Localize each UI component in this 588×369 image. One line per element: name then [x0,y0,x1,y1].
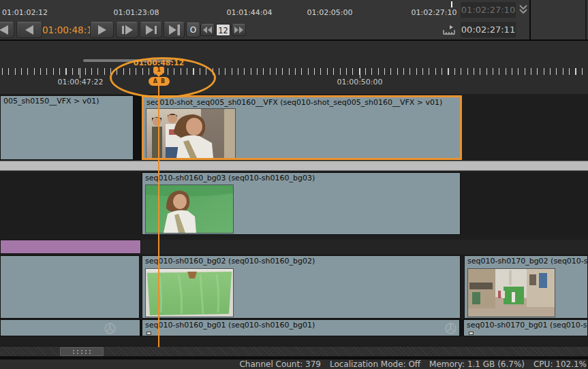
source-ruler-label: 01:01:02:12 [2,8,48,17]
skip-next-icon [168,25,181,35]
step-back-icon [0,25,10,35]
clip-label: seq010-sh0160_bg02 (seq010-sh0160_bg02) [145,257,315,266]
panel-divider [585,0,587,39]
clip-sh0150-vfx[interactable]: 005_sh0150__VFX > v01) [0,95,134,160]
clip-sh0160-bg02[interactable]: seq010-sh0160_bg02 (seq010-sh0160_bg02) [142,255,461,319]
playhead-line[interactable] [158,85,159,347]
scrollbar-grip-dots [72,349,92,355]
clip-sh0160-vfx-selected[interactable]: seq010-shot_seq005_sh0160__VFX (seq010-s… [142,95,462,160]
timeline-tracks: 005_sh0150__VFX > v01) seq010-shot_seq00… [0,94,588,336]
source-ruler-position-tick [451,1,452,7]
source-ruler-label: 01:02:05:00 [307,8,352,17]
top-panel: 01:01:02:12 01:01:23:08 01:01:44:04 01:0… [0,0,588,39]
keyframe-badge-icon [146,332,151,335]
clip-label: seq010-shot_seq005_sh0160__VFX (seq010-s… [146,98,442,107]
status-cpu: CPU: 102.1% [533,359,587,369]
marker-a-label: A [153,77,157,86]
keyframe-badge-icon [469,332,474,335]
track-locked [0,240,588,254]
timeline-major-tick [80,68,80,78]
play-reverse-button[interactable] [16,22,42,38]
source-ruler-label: 01:01:44:04 [226,8,272,17]
status-bar: Channel Count: 379 Localization Mode: Of… [0,359,587,369]
clip-thumbnail-street-boy [146,109,235,158]
track-bg03: seq010-sh0160_bg03 (seq010-sh0160_bg03) [0,172,588,235]
clip-label: seq010-sh0170_bg02 (seq010-sh01 [467,257,588,266]
status-localization-mode: Localization Mode: Off [330,359,420,369]
timewarp-effect-icon [104,323,116,334]
clip-label: seq010-sh0170_bg01 (seq010-sh01 [467,321,588,330]
double-chevron-down-icon[interactable] [518,4,529,15]
horizontal-scrollbar[interactable] [0,346,588,357]
loop-mode-button[interactable]: O [186,22,200,37]
track-bg02: seq010-sh0160_bg02 (seq010-sh0160_bg02) … [0,255,588,319]
marker-b-label: B [161,77,165,86]
step-frames-back-button[interactable] [200,24,215,36]
step-back-button[interactable] [0,22,14,38]
play-to-out-button[interactable] [140,22,162,38]
status-channel-count: Channel Count: 379 [239,359,320,369]
double-arrow-left-icon [203,27,212,33]
go-to-next-cut-button[interactable] [164,22,185,38]
double-arrow-right-icon [234,27,243,33]
timeline-ruler-label: 01:00:47:22 [57,78,103,86]
source-ruler-label: 01:02:27:10 [411,8,457,17]
record-timecode-field[interactable]: 00:02:27:11 [461,22,516,37]
clip-sh0160-bg03[interactable]: seq010-sh0160_bg03 (seq010-sh0160_bg03) [142,172,461,235]
clip-continuation-bg01[interactable] [0,319,140,336]
scrollbar-handle[interactable] [60,347,104,356]
panel-divider [529,0,531,39]
timeline-ruler-ticks [2,68,587,75]
clip-continuation-bg02[interactable] [0,255,140,319]
flame-timeline-window: 01:01:02:12 01:01:23:08 01:01:44:04 01:0… [0,0,588,369]
playhead-marker[interactable]: 1 [153,67,164,74]
timewarp-effect-icon [445,323,457,334]
clip-label: seq010-sh0160_bg01 (seq010-sh0160_bg01) [145,321,315,330]
play-from-in-icon [121,25,134,35]
play-button[interactable] [90,22,114,38]
play-from-in-button[interactable] [116,22,138,38]
bottom-zone: Channel Count: 379 Localization Mode: Of… [0,336,588,369]
clip-label: 005_sh0150__VFX > v01) [3,97,99,106]
clip-thumbnail-street-greenpanel [468,269,555,317]
clip-gap [134,95,142,160]
play-to-out-icon [145,25,157,35]
clip-sh0170-bg01[interactable]: seq010-sh0170_bg01 (seq010-sh01 [463,319,588,336]
source-ruler-label: 01:01:23:08 [113,8,159,17]
frame-step-field[interactable]: 12 [216,24,230,36]
collapsed-track-separator [0,161,588,171]
source-ruler[interactable]: 01:01:02:12 01:01:23:08 01:01:44:04 01:0… [0,0,455,18]
clip-sh0170-bg02[interactable]: seq010-sh0170_bg02 (seq010-sh01 [464,255,588,319]
play-reverse-icon [24,25,35,35]
track-bg01: seq010-sh0160_bg01 (seq010-sh0160_bg01) … [0,319,588,336]
source-timecode-field[interactable]: 01:02:27:10 [461,2,516,18]
play-icon [97,25,108,35]
ab-range-marker[interactable]: A B [149,77,170,86]
status-memory: Memory: 1.1 GB (6.7%) [429,359,525,369]
step-frames-forward-button[interactable] [232,24,246,36]
clip-label: seq010-sh0160_bg03 (seq010-sh0160_bg03) [145,174,315,182]
duration-ruler-icon [442,24,456,35]
track-v1: 005_sh0150__VFX > v01) seq010-shot_seq00… [0,95,588,160]
clip-sh0160-bg01[interactable]: seq010-sh0160_bg01 (seq010-sh0160_bg01) [142,319,460,336]
timeline-ruler[interactable]: 01:00:47:22 01:00:50:00 01:00:48:12 1 A … [0,41,588,94]
timeline-major-tick [360,68,360,78]
timeline-ruler-label: 01:00:50:00 [337,78,382,86]
locked-clip[interactable] [0,240,141,254]
current-timecode-field[interactable]: 01:00:48:12 [42,22,91,37]
